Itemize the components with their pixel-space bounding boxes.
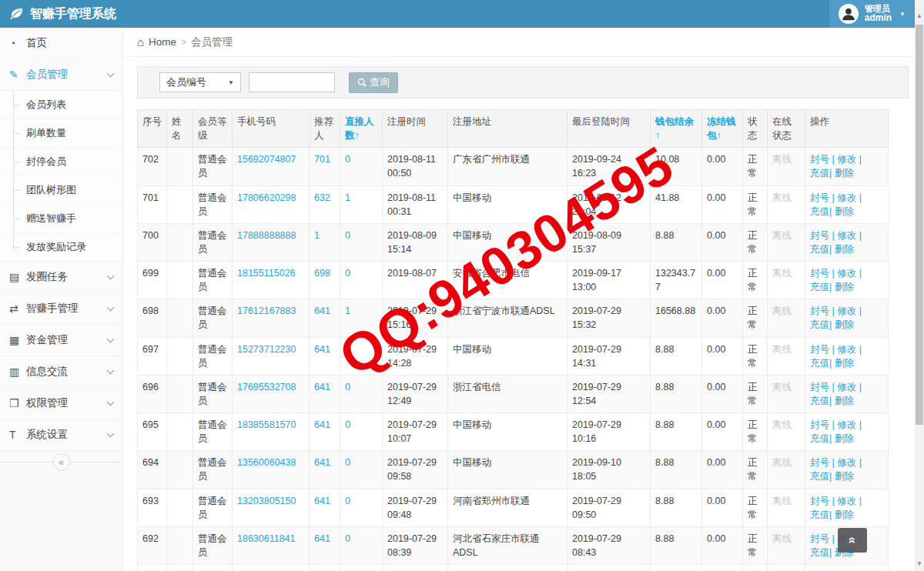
action-ban[interactable]: 封号 [810,344,829,355]
action-ban[interactable]: 封号 [810,533,829,544]
action-ban[interactable]: 封号 [810,230,829,241]
back-to-top-button[interactable]: « [838,528,867,553]
action-recharge[interactable]: 充值 [810,282,829,292]
cell-phone[interactable]: 15692074807 [233,148,310,185]
action-ban[interactable]: 封号 [810,419,829,430]
cell-direct-count[interactable]: 0 [340,565,383,571]
action-edit[interactable]: 修改 [837,382,856,392]
sidebar-subitem-member-list[interactable]: 会员列表 [0,91,122,119]
cell-direct-count[interactable]: 0 [340,337,383,375]
action-recharge[interactable]: 充值 [810,396,829,406]
sidebar-collapse-button[interactable]: « [52,453,70,471]
action-recharge[interactable]: 充值 [810,547,829,558]
sidebar-subitem-team-tree[interactable]: 团队树形图 [0,176,122,205]
sidebar-item-funds[interactable]: ▦资金管理 [0,325,122,356]
cell-direct-count[interactable]: 0 [340,375,383,412]
action-recharge[interactable]: 充值 [810,206,829,217]
action-ban[interactable]: 封号 [810,154,829,165]
action-edit[interactable]: 修改 [837,419,856,430]
scroll-up-arrow-icon[interactable]: ▲ [915,11,924,22]
cell-direct-count[interactable]: 0 [340,262,383,299]
cell-referrer[interactable]: 641 [310,375,340,412]
action-recharge[interactable]: 充值 [810,358,829,369]
action-delete[interactable]: 删除 [835,358,854,369]
cell-referrer[interactable]: 641 [310,565,340,571]
action-recharge[interactable]: 充值 [810,509,829,520]
cell-referrer[interactable]: 641 [310,299,340,337]
vertical-scrollbar[interactable]: ▲ ▼ [915,0,924,571]
cell-referrer[interactable]: 641 [310,413,340,451]
sidebar-subitem-gift-zhizhuanshou[interactable]: 赠送智赚手 [0,205,122,233]
scrollbar-thumb[interactable] [916,25,923,425]
action-edit[interactable]: 修改 [837,306,856,316]
cell-direct-count[interactable]: 0 [340,413,383,451]
column-header[interactable]: 冻结钱包↑ [702,110,743,148]
sidebar-item-messages[interactable]: ▥信息交流 [0,356,122,388]
cell-referrer[interactable]: 1 [310,223,340,261]
cell-phone[interactable]: 13203805150 [233,489,310,526]
cell-phone[interactable]: 15123916415 [233,565,310,571]
cell-phone[interactable]: 18155115026 [233,262,310,299]
sidebar-item-post-tasks[interactable]: ▤发圈任务 [0,262,122,293]
cell-referrer[interactable]: 698 [310,262,340,299]
cell-referrer[interactable]: 641 [310,337,340,375]
cell-direct-count[interactable]: 1 [340,299,383,337]
action-delete[interactable]: 删除 [835,433,854,444]
sidebar-item-members[interactable]: ✎会员管理 [0,59,122,91]
action-delete[interactable]: 删除 [835,319,854,330]
search-button[interactable]: 查询 [349,72,398,93]
cell-direct-count[interactable]: 0 [340,526,383,564]
search-type-select[interactable]: 会员编号 ▼ [159,72,241,92]
action-ban[interactable]: 封号 [810,306,829,316]
action-delete[interactable]: 删除 [835,396,854,406]
action-ban[interactable]: 封号 [810,192,829,203]
cell-phone[interactable]: 17695532708 [233,375,310,412]
sidebar-item-home[interactable]: ◔首页 [0,28,122,59]
action-recharge[interactable]: 充值 [810,471,829,482]
cell-phone[interactable]: 15273712230 [233,337,310,375]
action-recharge[interactable]: 充值 [810,433,829,444]
cell-phone[interactable]: 18630611841 [233,526,310,564]
sidebar-subitem-banned-members[interactable]: 封停会员 [0,148,122,176]
action-recharge[interactable]: 充值 [810,319,829,330]
cell-phone[interactable]: 13560060438 [233,451,310,489]
sidebar-item-zhizhuanshou[interactable]: ⇄智赚手管理 [0,293,122,325]
action-edit[interactable]: 修改 [837,496,856,506]
column-header[interactable]: 钱包结余↑ [651,110,702,148]
cell-phone[interactable]: 17612167883 [233,299,310,337]
cell-direct-count[interactable]: 0 [340,489,383,526]
action-recharge[interactable]: 充值 [810,244,829,255]
action-delete[interactable]: 删除 [835,206,854,217]
action-edit[interactable]: 修改 [837,192,856,203]
user-menu[interactable]: 管理员 admin ▼ [829,0,915,28]
action-edit[interactable]: 修改 [837,344,856,355]
cell-phone[interactable]: 18385581570 [233,413,310,451]
cell-referrer[interactable]: 641 [310,526,340,564]
cell-referrer[interactable]: 641 [310,489,340,526]
action-ban[interactable]: 封号 [810,268,829,279]
cell-direct-count[interactable]: 1 [340,185,383,223]
cell-direct-count[interactable]: 0 [340,451,383,489]
cell-referrer[interactable]: 701 [310,148,340,185]
cell-phone[interactable]: 17888888888 [233,223,310,261]
action-edit[interactable]: 修改 [837,154,856,165]
column-header[interactable]: 直推人数↑ [340,110,383,148]
action-ban[interactable]: 封号 [810,382,829,392]
breadcrumb-home[interactable]: Home [149,36,176,48]
cell-direct-count[interactable]: 0 [340,223,383,261]
search-input[interactable] [249,72,335,92]
action-edit[interactable]: 修改 [837,268,856,279]
action-delete[interactable]: 删除 [835,471,854,482]
sidebar-item-system-settings[interactable]: T系统设置 [0,419,122,451]
action-ban[interactable]: 封号 [810,496,829,506]
sidebar-subitem-reward-records[interactable]: 发放奖励记录 [0,233,122,261]
action-delete[interactable]: 删除 [835,244,854,255]
action-ban[interactable]: 封号 [810,457,829,468]
app-logo[interactable]: 智赚手管理系统 [0,0,123,28]
sidebar-subitem-order-count[interactable]: 刷单数量 [0,119,122,148]
cell-direct-count[interactable]: 0 [340,148,383,185]
cell-referrer[interactable]: 632 [310,185,340,223]
action-delete[interactable]: 删除 [835,168,854,179]
action-delete[interactable]: 删除 [835,282,854,292]
sidebar-item-permissions[interactable]: ❒权限管理 [0,388,122,419]
